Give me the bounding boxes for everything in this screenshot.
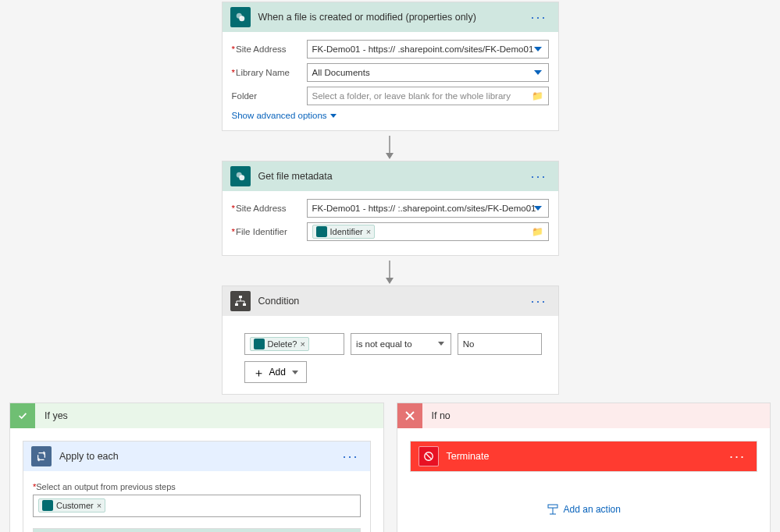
sharepoint-icon bbox=[316, 226, 327, 237]
condition-card: Condition ··· Delete?× is not equal to N… bbox=[222, 286, 559, 395]
close-icon bbox=[397, 403, 422, 428]
token-remove-icon[interactable]: × bbox=[366, 227, 371, 236]
folder-label: Folder bbox=[232, 91, 299, 101]
library-name-label: Library Name bbox=[232, 68, 299, 77]
card-menu-button[interactable]: ··· bbox=[726, 449, 749, 465]
add-action-button[interactable]: Add an action bbox=[410, 503, 758, 516]
sharepoint-icon bbox=[254, 339, 265, 349]
condition-title: Condition bbox=[258, 296, 528, 307]
terminate-icon bbox=[418, 446, 439, 466]
folder-placeholder: Select a folder, or leave blank for the … bbox=[312, 91, 511, 101]
card-menu-button[interactable]: ··· bbox=[339, 449, 362, 465]
site-address-dropdown[interactable]: FK-Demo01 - https:// :.sharepoint.com/si… bbox=[307, 199, 549, 218]
card-menu-button[interactable]: ··· bbox=[527, 9, 550, 26]
delete-token[interactable]: Delete?× bbox=[250, 337, 309, 351]
condition-left-operand[interactable]: Delete?× bbox=[244, 333, 345, 355]
if-no-label: If no bbox=[432, 410, 451, 421]
previous-steps-input[interactable]: Customer× bbox=[33, 495, 361, 517]
svg-marker-7 bbox=[386, 278, 394, 284]
condition-right-operand[interactable]: No bbox=[458, 333, 543, 355]
if-yes-branch: If yes Apply to each ··· *Select an outp… bbox=[9, 403, 384, 532]
svg-rect-21 bbox=[548, 505, 557, 508]
svg-rect-13 bbox=[235, 303, 238, 306]
condition-operator-dropdown[interactable]: is not equal to bbox=[351, 333, 451, 355]
file-identifier-input[interactable]: Identifier× bbox=[307, 222, 549, 241]
site-address-dropdown[interactable]: FK-Demo01 - https:// .sharepoint.com/sit… bbox=[307, 40, 549, 59]
token-remove-icon[interactable]: × bbox=[300, 339, 305, 349]
if-yes-header: If yes bbox=[10, 403, 383, 428]
identifier-token[interactable]: Identifier× bbox=[312, 225, 376, 239]
trigger-card: When a file is created or modified (prop… bbox=[222, 2, 559, 131]
library-name-value: All Documents bbox=[312, 68, 370, 77]
get-metadata-card: Get file metadata ··· Site Address FK-De… bbox=[222, 161, 559, 256]
terminate-card: Terminate ··· bbox=[410, 441, 758, 472]
folder-picker[interactable]: Select a folder, or leave blank for the … bbox=[307, 87, 549, 105]
svg-point-5 bbox=[239, 175, 244, 180]
site-address-value: FK-Demo01 - https:// .sharepoint.com/sit… bbox=[312, 44, 534, 54]
sharepoint-icon bbox=[42, 500, 53, 511]
sharepoint-icon bbox=[230, 166, 251, 186]
svg-rect-8 bbox=[239, 296, 242, 298]
check-icon bbox=[10, 403, 35, 428]
condition-icon bbox=[230, 291, 251, 311]
add-condition-button[interactable]: ＋Add bbox=[244, 361, 307, 383]
token-remove-icon[interactable]: × bbox=[97, 501, 102, 510]
trigger-title: When a file is created or modified (prop… bbox=[258, 12, 528, 23]
file-identifier-label: File Identifier bbox=[232, 227, 299, 236]
delete-file-card: Delete file ··· Site Address FK-Demo01 -… bbox=[33, 528, 361, 532]
previous-steps-label: *Select an output from previous steps bbox=[33, 482, 361, 491]
get-metadata-header[interactable]: Get file metadata ··· bbox=[223, 161, 558, 191]
terminate-title: Terminate bbox=[447, 451, 726, 462]
customer-token[interactable]: Customer× bbox=[38, 498, 105, 512]
delete-file-header[interactable]: Delete file ··· bbox=[34, 529, 360, 532]
sharepoint-icon bbox=[230, 7, 251, 27]
site-address-value: FK-Demo01 - https:// :.sharepoint.com/si… bbox=[312, 204, 536, 213]
svg-marker-3 bbox=[386, 153, 394, 159]
svg-rect-14 bbox=[243, 303, 246, 306]
site-address-label: Site Address bbox=[232, 44, 299, 54]
if-yes-label: If yes bbox=[45, 410, 68, 421]
library-name-dropdown[interactable]: All Documents bbox=[307, 63, 549, 82]
show-advanced-link[interactable]: Show advanced options bbox=[232, 111, 337, 120]
loop-icon bbox=[31, 446, 52, 466]
apply-to-each-card: Apply to each ··· *Select an output from… bbox=[23, 441, 371, 532]
card-menu-button[interactable]: ··· bbox=[527, 293, 550, 310]
apply-to-each-title: Apply to each bbox=[59, 451, 339, 462]
flow-arrow bbox=[390, 136, 390, 156]
trigger-header[interactable]: When a file is created or modified (prop… bbox=[223, 2, 558, 32]
if-no-branch: If no Terminate ··· Add an action bbox=[397, 403, 771, 532]
get-metadata-title: Get file metadata bbox=[258, 171, 528, 182]
terminate-header[interactable]: Terminate ··· bbox=[411, 442, 757, 471]
site-address-label: Site Address bbox=[232, 204, 299, 213]
if-no-header: If no bbox=[397, 403, 771, 428]
apply-to-each-header[interactable]: Apply to each ··· bbox=[23, 442, 370, 471]
condition-header[interactable]: Condition ··· bbox=[223, 286, 558, 316]
flow-arrow bbox=[390, 261, 390, 281]
svg-point-1 bbox=[239, 16, 244, 21]
condition-branches: If yes Apply to each ··· *Select an outp… bbox=[0, 403, 780, 532]
add-step-icon bbox=[547, 503, 559, 516]
svg-line-20 bbox=[426, 454, 431, 459]
card-menu-button[interactable]: ··· bbox=[527, 168, 550, 185]
